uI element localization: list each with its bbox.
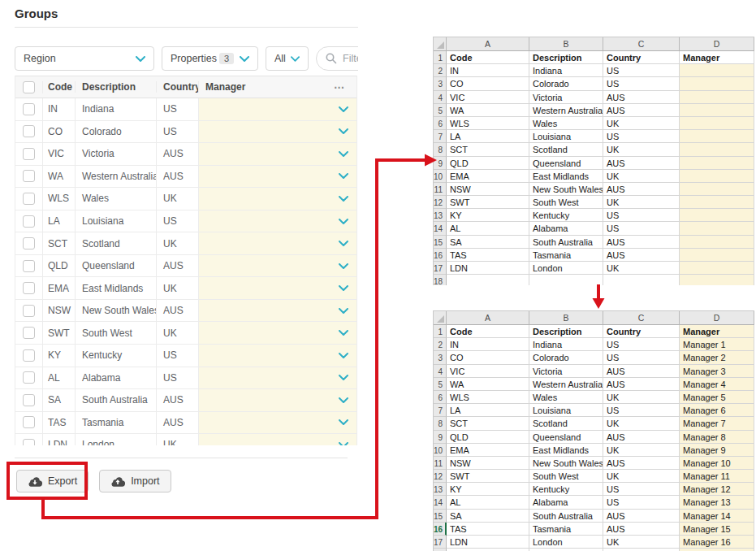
sheet-cell: Manager 7 xyxy=(680,417,754,430)
sheet-cell: AUS xyxy=(603,236,680,249)
export-button-label: Export xyxy=(48,475,77,487)
row-checkbox[interactable] xyxy=(23,193,35,205)
cell-code: LA xyxy=(43,210,76,232)
column-header: D xyxy=(680,37,754,51)
row-checkbox[interactable] xyxy=(23,305,35,317)
manager-dropdown-cell[interactable] xyxy=(199,367,356,389)
sheet-cell: UK xyxy=(603,143,680,156)
row-checkbox[interactable] xyxy=(23,170,35,182)
import-button[interactable]: Import xyxy=(99,470,171,492)
manager-dropdown-cell[interactable] xyxy=(199,322,356,344)
sheet-cell: AUS xyxy=(603,365,680,378)
sheet-cell: Country xyxy=(603,51,680,64)
sheet-cell: South West xyxy=(529,470,603,483)
sheet-cell: Indiana xyxy=(529,64,603,77)
sheet-row: 14ALAlabamaUSManager 13 xyxy=(434,496,754,509)
sheet-cell: UK xyxy=(603,117,680,130)
sheet-row: 11NSWNew South WalesAUSManager 10 xyxy=(434,457,754,470)
table-row: WLSWalesUK xyxy=(15,188,356,210)
filter-placeholder: Filter b xyxy=(343,53,358,64)
scope-dropdown[interactable]: All xyxy=(266,46,309,71)
cell-country: US xyxy=(157,98,199,120)
sheet-row: 15SASouth AustraliaAUS xyxy=(434,236,754,249)
manager-dropdown-cell[interactable] xyxy=(199,143,356,165)
sheet-cell xyxy=(680,170,754,183)
row-checkbox[interactable] xyxy=(23,327,35,339)
sheet-cell: KY xyxy=(447,209,529,222)
export-button[interactable]: Export xyxy=(16,470,89,492)
sheet-cell: SWT xyxy=(447,470,529,483)
cell-code: LDN xyxy=(43,434,76,445)
manager-dropdown-cell[interactable] xyxy=(199,121,356,143)
row-checkbox[interactable] xyxy=(23,371,35,384)
row-checkbox[interactable] xyxy=(23,282,35,294)
chevron-down-icon xyxy=(136,56,145,62)
sheet-row: 16TASTasmaniaAUSManager 15 xyxy=(434,523,754,536)
manager-dropdown-cell[interactable] xyxy=(199,389,356,411)
manager-dropdown-cell[interactable] xyxy=(199,255,356,277)
sheet-cell: SCT xyxy=(447,417,529,430)
sheet-cell: Manager 9 xyxy=(680,444,754,457)
manager-dropdown-cell[interactable] xyxy=(199,412,356,434)
table-row: WAWestern AustraliaAUS xyxy=(15,166,356,189)
manager-dropdown-cell[interactable] xyxy=(199,345,356,367)
sheet-cell: US xyxy=(603,130,680,143)
chevron-down-icon xyxy=(339,173,348,179)
sheet-cell: Manager xyxy=(680,325,754,338)
filter-input[interactable]: Filter b xyxy=(316,46,358,71)
sheet-to-sheet-arrowhead xyxy=(593,298,605,309)
chevron-down-icon xyxy=(339,397,348,403)
manager-dropdown-cell[interactable] xyxy=(199,98,356,120)
manager-dropdown-cell[interactable] xyxy=(199,188,356,210)
column-header: B xyxy=(529,37,603,51)
row-checkbox[interactable] xyxy=(23,103,35,115)
sheet-cell: Colorado xyxy=(529,77,603,90)
column-header: A xyxy=(447,311,529,325)
row-checkbox[interactable] xyxy=(23,416,35,428)
properties-dropdown[interactable]: Properties 3 xyxy=(162,46,258,71)
row-checkbox[interactable] xyxy=(23,148,35,160)
row-checkbox[interactable] xyxy=(23,394,35,406)
footer-divider xyxy=(15,458,348,458)
manager-dropdown-cell[interactable] xyxy=(199,277,356,299)
sheet-cell: East Midlands xyxy=(529,444,603,457)
row-header: 16 xyxy=(434,523,447,536)
table-row: NSWNew South WalesAUS xyxy=(15,300,356,323)
chevron-down-icon xyxy=(339,196,348,202)
row-checkbox[interactable] xyxy=(23,215,35,228)
row-header: 5 xyxy=(434,104,447,117)
sheet-cell xyxy=(447,275,529,285)
sheet-cell: Louisiana xyxy=(529,130,603,143)
cell-description: Colorado xyxy=(76,121,157,143)
sheet-cell: Code xyxy=(447,51,529,64)
sheet-cell: US xyxy=(603,483,680,496)
action-buttons: Export Import xyxy=(16,470,171,492)
cell-country: AUS xyxy=(157,166,199,188)
row-header: 16 xyxy=(434,249,447,262)
row-checkbox[interactable] xyxy=(23,439,35,445)
cell-country: AUS xyxy=(157,412,199,434)
sheet-cell: SWT xyxy=(447,196,529,209)
manager-dropdown-cell[interactable] xyxy=(199,434,356,445)
region-dropdown[interactable]: Region xyxy=(15,46,154,71)
chevron-down-icon xyxy=(339,151,348,157)
sheet-row: 13KYKentuckyUS xyxy=(434,209,754,222)
row-checkbox[interactable] xyxy=(23,260,35,272)
table-row: SASouth AustraliaAUS xyxy=(15,389,356,412)
select-all-checkbox[interactable] xyxy=(23,81,35,93)
table-body: INIndianaUSCOColoradoUSVICVictoriaAUSWAW… xyxy=(15,98,356,445)
manager-dropdown-cell[interactable] xyxy=(199,232,356,254)
sheet-cell xyxy=(680,183,754,196)
chevron-down-icon xyxy=(339,219,348,224)
row-checkbox[interactable] xyxy=(23,125,35,137)
manager-dropdown-cell[interactable] xyxy=(199,166,356,188)
column-menu-button[interactable]: ⋯ xyxy=(334,81,348,93)
row-header: 4 xyxy=(434,91,447,104)
row-header: 17 xyxy=(434,262,447,275)
manager-dropdown-cell[interactable] xyxy=(199,210,356,232)
row-checkbox[interactable] xyxy=(23,237,35,249)
sheet-cell: WA xyxy=(447,378,529,391)
row-checkbox[interactable] xyxy=(23,349,35,362)
cell-country: AUS xyxy=(157,143,199,165)
manager-dropdown-cell[interactable] xyxy=(199,300,356,322)
